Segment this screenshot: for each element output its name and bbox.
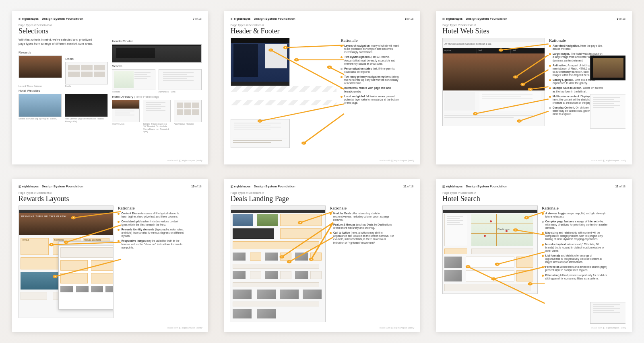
caption: Advanced Form xyxy=(159,90,202,93)
map-label: Washington xyxy=(497,228,510,230)
logo: eightshapes xyxy=(19,185,39,188)
breadcrumb: Page Types // Selections // xyxy=(442,24,625,27)
rationale-title: Rationale xyxy=(118,205,184,210)
hws-tab: find xyxy=(477,48,511,53)
breadcrumb: Page Types // Selections // xyxy=(19,191,202,194)
page-title: Rewards Layouts xyxy=(19,195,202,203)
intro-text: With that criteria in mind, we've select… xyxy=(19,38,95,46)
doc-title: Design System Foundation xyxy=(42,17,83,21)
doc-title: Design System Foundation xyxy=(42,185,83,188)
caption: Deals xyxy=(65,85,108,88)
thumb-search-results xyxy=(112,69,155,90)
thumb-deals xyxy=(65,62,108,84)
thumb-rewards xyxy=(19,55,62,78)
rationale-item: Abundant Navigation. Near the page title… xyxy=(549,44,604,51)
thumb-dir-simple xyxy=(143,100,171,122)
rationale-item: Responsive images may be called for both… xyxy=(118,239,184,249)
caption: Results xyxy=(112,90,155,93)
footer-brand: eightshapes | unify xyxy=(167,326,202,329)
hws-tab: explore xyxy=(443,48,477,53)
deals-screenshot xyxy=(231,205,326,322)
page-number: 8 of 18 xyxy=(405,17,413,20)
rationale-item: Map sizing and relationship with content… xyxy=(542,231,608,241)
slide-header: eightshapesDesign System Foundation 8 of… xyxy=(231,17,414,21)
rationale-item: Introductory text sets context (135 hote… xyxy=(542,243,608,253)
hws-lightbox-thumb xyxy=(590,55,625,80)
thumb-dir-alt xyxy=(174,100,202,122)
rationale-item: Complex page features a range of interac… xyxy=(542,220,608,230)
breadcrumb: Page Types // Selections // xyxy=(231,24,414,27)
logo: eightshapes xyxy=(442,185,462,188)
rationale-item: Filter along left rail presents opportun… xyxy=(542,274,608,280)
rationale-item: Call to Action (here, a button) may shif… xyxy=(330,231,396,244)
page-title: Deals Landing Page xyxy=(231,195,414,203)
rationale-item: Local and global fat footer zones presen… xyxy=(341,95,399,105)
rationale-item: Modular Deals offer interesting study in… xyxy=(330,212,396,222)
rationale-item: A view-as toggle swaps map, list, and gr… xyxy=(542,212,608,218)
rewards-tagline: REVIVE ME. THRILL ME. TAKE ME AWAY. xyxy=(21,215,67,218)
slide-grid: eightshapes Design System Foundation 7 o… xyxy=(12,11,632,332)
section-label: Header/Footer xyxy=(112,39,201,43)
page-title: Hotel Web Sites xyxy=(442,27,625,35)
rationale-item: List formats and details offer a range o… xyxy=(542,254,608,264)
footer-brand: eightshapes | unify xyxy=(380,159,415,162)
thumb-hotel-select xyxy=(19,94,62,117)
slide-deals-landing: eightshapesDesign System Foundation 11 o… xyxy=(224,179,420,332)
breadcrumb: Page Types // Selections // xyxy=(19,24,202,27)
hws-tab: visit xyxy=(511,48,545,53)
footer-brand: eightshapes | unify xyxy=(591,159,626,162)
page-number: 7 of 18 xyxy=(193,17,201,20)
logo: eightshapes xyxy=(19,17,39,21)
footer-brand: eightshapes | unify xyxy=(380,326,415,329)
footer-brand: eightshapes | unify xyxy=(167,159,202,162)
rationale-item: Personalization states that, if time per… xyxy=(341,67,399,74)
rationale-title: Rationale xyxy=(549,38,604,43)
doc-title: Design System Foundation xyxy=(466,185,507,188)
rationale-title: Rationale xyxy=(330,205,396,210)
rationale: Rationale Modular Deals offer interestin… xyxy=(330,205,396,328)
logo: eightshapes xyxy=(231,185,251,188)
slide-selections: eightshapes Design System Foundation 7 o… xyxy=(12,11,208,164)
footer-brand: eightshapes | unify xyxy=(591,326,626,329)
rationale-item: Feature & Groups (such as Deals by Desti… xyxy=(330,223,396,230)
section-label: Hotel Directory (Time Permitting) xyxy=(112,95,201,99)
page-title: Selections xyxy=(19,27,202,35)
page-number: 11 of 18 xyxy=(403,185,413,188)
caption: Select Service (eg SpringHill Suites) xyxy=(19,117,62,123)
breadcrumb: Page Types // Selections // xyxy=(231,191,414,194)
rationale-item: Too many primary navigation options (alo… xyxy=(341,75,399,85)
caption: Hero & Three Column xyxy=(19,85,62,88)
slide-header: eightshapesDesign System Foundation 9 of… xyxy=(442,17,625,21)
section-label: Search xyxy=(112,64,201,68)
thumb-dir-heavy xyxy=(112,100,140,122)
search-screenshot: Washington xyxy=(442,205,537,294)
thumb-search-advanced xyxy=(159,69,202,90)
slide-header: eightshapesDesign System Foundation 11 o… xyxy=(231,185,414,188)
rewards-screenshot: REVIVE ME. THRILL ME. TAKE ME AWAY. HOTE… xyxy=(19,205,114,318)
rationale: Rationale Layers of navigation, many of … xyxy=(341,38,399,160)
slide-header-footer: eightshapesDesign System Foundation 8 of… xyxy=(224,11,420,164)
caption: Heavy Lists xyxy=(112,123,140,133)
page-title: Hotel Search xyxy=(442,195,625,203)
slide-hotel-search: eightshapesDesign System Foundation 12 o… xyxy=(436,179,632,332)
caption: Full Service (eg Renaissance Hotels Alwa… xyxy=(65,117,108,123)
doc-title: Design System Foundation xyxy=(254,185,295,188)
doc-title: Design System Foundation xyxy=(466,17,507,21)
rationale-item: Multiple Calls to Action. Lower left as … xyxy=(549,86,604,93)
caption: Simple Translation (eg JW Marriott Scott… xyxy=(143,123,171,133)
rationale-item: Two dynamic panels (Find & Reserve, Acco… xyxy=(341,55,399,65)
page-title: Header & Footer xyxy=(231,27,414,35)
rationale-item: Layers of navigation, many of which will… xyxy=(341,44,399,54)
search-advanced-thumb xyxy=(590,302,625,324)
slide-header: eightshapesDesign System Foundation 12 o… xyxy=(442,185,625,188)
header-screenshot xyxy=(231,38,290,86)
logo: eightshapes xyxy=(442,17,462,21)
logo: eightshapes xyxy=(231,17,251,21)
slide-header: eightshapes Design System Foundation 7 o… xyxy=(19,17,202,21)
hws-childpage-thumb xyxy=(590,94,625,129)
rationale-item: Intersects / relates with page title and… xyxy=(341,86,399,93)
section-label: Hotel Websites xyxy=(19,89,108,92)
page-number: 10 of 18 xyxy=(191,185,201,188)
rationale-title: Rationale xyxy=(542,205,608,210)
page-number: 12 of 18 xyxy=(615,185,625,188)
